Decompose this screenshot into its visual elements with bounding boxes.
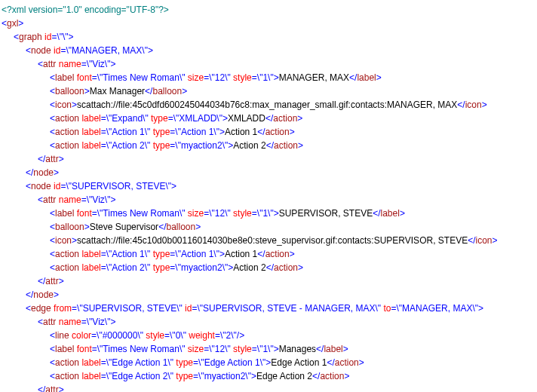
edge-action1: <action label=\"Edge Action 1\" type=\"E… bbox=[2, 356, 535, 369]
node2-attr-close: </attr> bbox=[2, 274, 535, 288]
node2-open: <node id=\"SUPERVISOR, STEVE\"> bbox=[2, 179, 535, 193]
node1-attr-close: </attr> bbox=[2, 152, 535, 166]
graph-open: <graph id=\"\"> bbox=[2, 30, 535, 44]
edge-action2: <action label=\"Edge Action 2\" type=\"m… bbox=[2, 369, 535, 383]
node1-action1: <action label=\"Action 1\" type=\"Action… bbox=[2, 125, 535, 139]
node2-id: \"SUPERVISOR, STEVE\" bbox=[66, 181, 171, 191]
node1-attrname: \"Viz\" bbox=[87, 59, 111, 69]
code-block: <?xml version="1.0" encoding="UTF-8"?> <… bbox=[2, 3, 535, 392]
xml-prolog: <?xml version="1.0" encoding="UTF-8"?> bbox=[2, 3, 535, 17]
node2-action2: <action label=\"Action 2\" type=\"myacti… bbox=[2, 261, 535, 274]
node1-action2: <action label=\"Action 2\" type=\"myacti… bbox=[2, 139, 535, 152]
node1-action0: <action label=\"Expand\" type=\"XMLADD\"… bbox=[2, 112, 535, 125]
graph-id-val: \"\" bbox=[57, 32, 68, 42]
edge-attr-open: <attr name=\"Viz\"> bbox=[2, 315, 535, 329]
node1-id: \"MANAGER, MAX\" bbox=[66, 45, 148, 56]
node1-label: <label font=\"Times New Roman\" size=\"1… bbox=[2, 71, 535, 84]
edge-attr-close: </attr> bbox=[2, 383, 535, 392]
edge-label: <label font=\"Times New Roman\" size=\"1… bbox=[2, 342, 535, 356]
node1-attr-open: <attr name=\"Viz\"> bbox=[2, 57, 535, 71]
node1-label-text: MANAGER, MAX bbox=[279, 72, 349, 83]
gxl-open: <gxl> bbox=[2, 17, 535, 30]
edge-line: <line color=\"#000000\" style=\"0\" weig… bbox=[2, 329, 535, 342]
node1-balloon: <balloon>Max Manager</balloon> bbox=[2, 84, 535, 98]
node2-balloon: <balloon>Steve Supervisor</balloon> bbox=[2, 220, 535, 234]
prolog-text: <?xml version="1.0" encoding="UTF-8"?> bbox=[2, 5, 169, 15]
node1-open: <node id=\"MANAGER, MAX\"> bbox=[2, 44, 535, 57]
node2-attr-open: <attr name=\"Viz\"> bbox=[2, 193, 535, 207]
node2-close: </node> bbox=[2, 288, 535, 302]
node2-label: <label font=\"Times New Roman\" size=\"1… bbox=[2, 207, 535, 220]
node2-icon: <icon>scattach://file:45c10d0b0011601403… bbox=[2, 234, 535, 247]
node1-icon: <icon>scattach://file:45c0dfd60024504403… bbox=[2, 98, 535, 112]
node2-action1: <action label=\"Action 1\" type=\"Action… bbox=[2, 247, 535, 261]
edge-open: <edge from=\"SUPERVISOR, STEVE\" id=\"SU… bbox=[2, 302, 535, 315]
node1-close: </node> bbox=[2, 166, 535, 179]
